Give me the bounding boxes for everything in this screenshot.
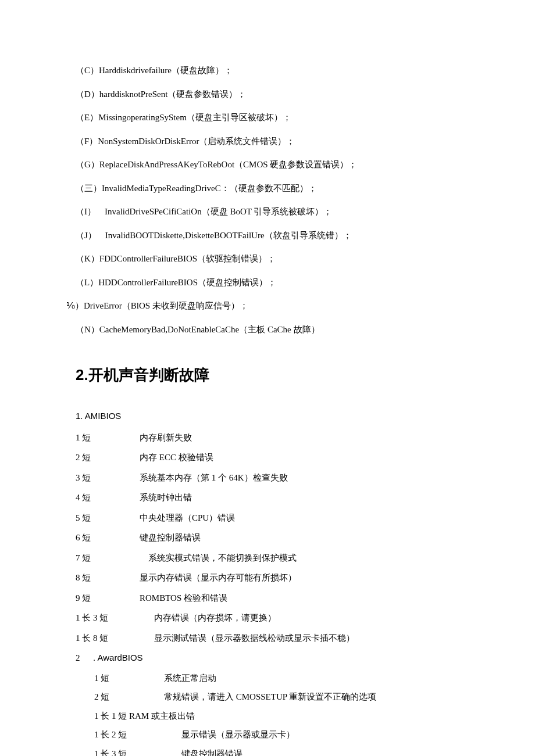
beep-desc: 内存 ECC 校验错误 — [140, 451, 477, 464]
award-subtitle: 2 . AwardBIOS — [76, 651, 477, 665]
beep-desc: 键盘控制器错误 — [181, 747, 477, 757]
ami-row: 7 短 系统实模式错误，不能切换到保护模式 — [76, 551, 477, 565]
ami-subtitle: 1. AMIBIOS — [76, 410, 477, 423]
beep-code: 1 长 3 短 — [76, 611, 145, 625]
beep-desc: 系统时钟出错 — [140, 491, 477, 504]
ami-row: 1 短内存刷新失败 — [76, 431, 477, 445]
beep-desc: 内存刷新失败 — [140, 431, 477, 445]
beep-code: 5 短 — [76, 511, 140, 525]
award-row-full: 1 长 1 短 RAM 或主板出错 — [94, 710, 477, 723]
award-row: 2 短常规错误，请进入 CMOSSETUP 重新设置不正确的选项 — [94, 690, 477, 704]
error-item-m: ⅟₀）DriveError（BlOS 未收到硬盘响应信号）； — [66, 299, 477, 313]
ami-row: 2 短内存 ECC 校验错误 — [76, 451, 477, 464]
beep-code: 9 短 — [76, 592, 140, 605]
beep-desc: 内存错误（内存损坏，请更换） — [145, 611, 477, 625]
award-title-text: . AwardBIOS — [93, 651, 143, 665]
error-item: （E）MissingoperatingSyStem（硬盘主引导区被破坏）； — [76, 111, 477, 124]
award-row: 1 短系统正常启动 — [94, 672, 477, 685]
error-item: （G）ReplaceDiskAndPressAKeyToRebOot（CMOS … — [76, 158, 477, 171]
error-item: （L）HDDControllerFailureBIOS（硬盘控制错误）； — [76, 276, 477, 289]
ami-row: 4 短系统时钟出错 — [76, 491, 477, 504]
error-item-n: （N）CacheMemoryBad,DoNotEnableCaChe（主板 Ca… — [76, 323, 477, 336]
beep-code: 1 短 — [94, 672, 164, 685]
ami-table: 1 短内存刷新失败 2 短内存 ECC 校验错误 3 短系统基本内存（第 1 个… — [76, 431, 477, 645]
beep-code: 1 短 — [76, 431, 140, 445]
beep-code: 2 短 — [94, 690, 164, 704]
error-item: （三）InvalidMediaTypeReadingDriveC：（硬盘参数不匹… — [76, 182, 477, 195]
beep-code: 3 短 — [76, 471, 140, 485]
ami-row: 3 短系统基本内存（第 1 个 64K）检查失败 — [76, 471, 477, 485]
award-row: 1 长 2 短显示错误（显示器或显示卡） — [94, 728, 477, 741]
error-item: （D）harddisknotPreSent（硬盘参数错误）； — [76, 88, 477, 101]
award-table: 1 短系统正常启动 2 短常规错误，请进入 CMOSSETUP 重新设置不正确的… — [94, 672, 477, 757]
beep-desc: 系统实模式错误，不能切换到保护模式 — [140, 551, 477, 565]
heading-text: 开机声音判断故障 — [88, 366, 209, 384]
error-list: （C）Harddiskdrivefailure（硬盘故障）； （D）harddi… — [76, 64, 477, 336]
beep-desc: 键盘控制器错误 — [140, 531, 477, 544]
beep-desc: 系统基本内存（第 1 个 64K）检查失败 — [140, 471, 477, 485]
ami-row: 1 长 3 短 内存错误（内存损坏，请更换） — [76, 611, 477, 625]
beep-desc: 系统正常启动 — [164, 672, 477, 685]
beep-desc: 显示内存错误（显示内存可能有所损坏） — [140, 571, 477, 585]
beep-desc: 显示错误（显示器或显示卡） — [181, 728, 477, 741]
beep-code: 2 短 — [76, 451, 140, 464]
ami-row: 1 长 8 短 显示测试错误（显示器数据线松动或显示卡插不稳） — [76, 632, 477, 645]
error-item: （J） InvalidBOOTDiskette,DisketteBOOTFail… — [76, 229, 477, 242]
beep-code: 4 短 — [76, 491, 140, 504]
beep-desc: 常规错误，请进入 CMOSSETUP 重新设置不正确的选项 — [164, 690, 477, 704]
beep-code: 1 长 8 短 — [76, 632, 145, 645]
ami-row: 6 短键盘控制器错误 — [76, 531, 477, 544]
beep-code: 7 短 — [76, 551, 140, 565]
beep-code: 6 短 — [76, 531, 140, 544]
ami-row: 5 短中央处理器（CPU）错误 — [76, 511, 477, 525]
award-number: 2 — [76, 651, 93, 665]
beep-desc: 显示测试错误（显示器数据线松动或显示卡插不稳） — [145, 632, 477, 645]
beep-desc: 中央处理器（CPU）错误 — [140, 511, 477, 525]
error-item: （I） InvalidDriveSPeCifiCatiOn（硬盘 BoOT 引导… — [76, 205, 477, 218]
ami-row: 9 短ROMBTOS 检验和错误 — [76, 592, 477, 605]
heading-number: 2. — [76, 366, 88, 384]
beep-code: 1 长 2 短 — [94, 728, 181, 741]
error-item: （K）FDDControllerFailureBIOS（软驱控制错误）； — [76, 252, 477, 266]
error-item: （C）Harddiskdrivefailure（硬盘故障）； — [76, 64, 477, 77]
error-item: （F）NonSystemDiskOrDiskError（启动系统文件错误）； — [76, 135, 477, 148]
ami-row: 8 短显示内存错误（显示内存可能有所损坏） — [76, 571, 477, 585]
award-row: 1 长 3 短键盘控制器错误 — [94, 747, 477, 757]
beep-code: 1 长 3 短 — [94, 747, 181, 757]
beep-desc: ROMBTOS 检验和错误 — [140, 592, 477, 605]
section-heading: 2.开机声音判断故障 — [76, 364, 477, 386]
beep-code: 8 短 — [76, 571, 140, 585]
